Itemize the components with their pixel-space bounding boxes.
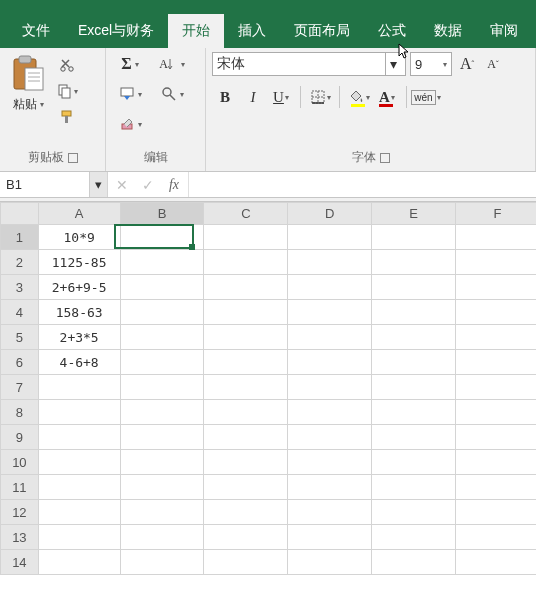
cell[interactable]: 2+6+9-5	[38, 275, 120, 300]
cell[interactable]	[456, 500, 536, 525]
row-header[interactable]: 5	[1, 325, 39, 350]
cell[interactable]	[38, 400, 120, 425]
cell[interactable]	[120, 500, 204, 525]
decrease-font-button[interactable]: Aˇ	[482, 52, 504, 76]
cell[interactable]	[38, 375, 120, 400]
cell[interactable]	[288, 500, 372, 525]
cell[interactable]	[288, 275, 372, 300]
cell[interactable]	[204, 400, 288, 425]
cell[interactable]	[372, 350, 456, 375]
find-select-button[interactable]: ▾	[154, 82, 190, 106]
font-name-combobox[interactable]: 宋体 ▾	[212, 52, 406, 76]
cell[interactable]: 158-63	[38, 300, 120, 325]
cell[interactable]	[372, 450, 456, 475]
cell[interactable]	[288, 250, 372, 275]
cell[interactable]	[204, 475, 288, 500]
cell[interactable]	[120, 425, 204, 450]
row-header[interactable]: 14	[1, 550, 39, 575]
select-all-corner[interactable]	[1, 203, 39, 225]
phonetic-button[interactable]: wén▾	[413, 84, 439, 110]
cell[interactable]	[204, 375, 288, 400]
cell[interactable]	[456, 550, 536, 575]
cell[interactable]	[372, 550, 456, 575]
cell[interactable]	[372, 300, 456, 325]
cell[interactable]	[204, 300, 288, 325]
row-header[interactable]: 8	[1, 400, 39, 425]
cell[interactable]	[288, 300, 372, 325]
cell[interactable]	[456, 325, 536, 350]
cell[interactable]	[456, 250, 536, 275]
cell[interactable]	[204, 325, 288, 350]
cell[interactable]: 4-6+8	[38, 350, 120, 375]
cell[interactable]	[456, 425, 536, 450]
formula-input[interactable]	[189, 172, 536, 197]
cell[interactable]	[456, 525, 536, 550]
row-header[interactable]: 3	[1, 275, 39, 300]
autosum-button[interactable]: Σ▾	[112, 52, 148, 76]
format-painter-button[interactable]	[56, 106, 78, 128]
cell[interactable]	[38, 475, 120, 500]
enter-formula-button[interactable]: ✓	[140, 177, 156, 193]
menu-formulas[interactable]: 公式	[364, 14, 420, 48]
cell[interactable]	[204, 275, 288, 300]
borders-button[interactable]: ▾	[307, 84, 333, 110]
cell[interactable]	[288, 400, 372, 425]
row-header[interactable]: 4	[1, 300, 39, 325]
row-header[interactable]: 13	[1, 525, 39, 550]
cell[interactable]: 2+3*5	[38, 325, 120, 350]
fill-button[interactable]: ▾	[112, 82, 148, 106]
cell[interactable]	[372, 400, 456, 425]
cell[interactable]	[120, 550, 204, 575]
bold-button[interactable]: B	[212, 84, 238, 110]
cell[interactable]	[372, 225, 456, 250]
cell[interactable]	[204, 350, 288, 375]
cell[interactable]	[288, 550, 372, 575]
font-color-button[interactable]: A▾	[374, 84, 400, 110]
cell[interactable]	[456, 300, 536, 325]
cell[interactable]	[372, 425, 456, 450]
cell[interactable]	[456, 450, 536, 475]
column-header-d[interactable]: D	[288, 203, 372, 225]
menu-review[interactable]: 审阅	[476, 14, 532, 48]
cell[interactable]	[204, 225, 288, 250]
worksheet-grid[interactable]: A B C D E F 110*9 21125-85 32+6+9-5 4158…	[0, 202, 536, 575]
cell[interactable]	[120, 325, 204, 350]
row-header[interactable]: 2	[1, 250, 39, 275]
menu-data[interactable]: 数据	[420, 14, 476, 48]
cell[interactable]	[372, 325, 456, 350]
column-header-b[interactable]: B	[120, 203, 204, 225]
underline-button[interactable]: U▾	[268, 84, 294, 110]
cell[interactable]	[120, 300, 204, 325]
cell[interactable]	[456, 475, 536, 500]
cell[interactable]	[204, 425, 288, 450]
cell[interactable]	[288, 225, 372, 250]
cell[interactable]	[120, 275, 204, 300]
cell[interactable]	[204, 450, 288, 475]
cell[interactable]	[288, 475, 372, 500]
cell[interactable]	[120, 225, 204, 250]
cell[interactable]	[204, 250, 288, 275]
copy-button[interactable]: ▾	[56, 80, 78, 102]
cell[interactable]	[120, 375, 204, 400]
cell[interactable]	[120, 475, 204, 500]
cell[interactable]	[372, 500, 456, 525]
dialog-launcher-icon[interactable]	[68, 153, 78, 163]
cell[interactable]	[120, 450, 204, 475]
chevron-down-icon[interactable]: ▾	[385, 53, 401, 75]
cell[interactable]	[38, 525, 120, 550]
cut-button[interactable]	[56, 54, 78, 76]
row-header[interactable]: 12	[1, 500, 39, 525]
chevron-down-icon[interactable]: ▾	[89, 172, 107, 197]
cell[interactable]	[456, 275, 536, 300]
cell[interactable]	[38, 450, 120, 475]
cell[interactable]: 1125-85	[38, 250, 120, 275]
cell[interactable]	[120, 400, 204, 425]
cell[interactable]	[204, 550, 288, 575]
row-header[interactable]: 9	[1, 425, 39, 450]
dialog-launcher-icon[interactable]	[380, 153, 390, 163]
cell[interactable]	[120, 250, 204, 275]
menu-home[interactable]: 开始	[168, 14, 224, 48]
row-header[interactable]: 11	[1, 475, 39, 500]
column-header-a[interactable]: A	[38, 203, 120, 225]
cell[interactable]	[372, 475, 456, 500]
